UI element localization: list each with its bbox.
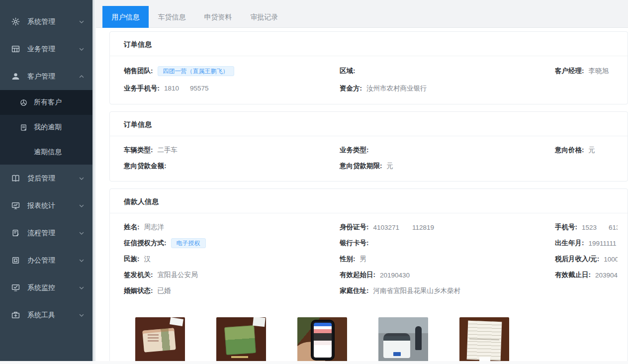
field: 家庭住址:河南省宜阳县花果山乡木柴村 [340, 283, 555, 299]
field-label: 有效截止日: [555, 271, 591, 279]
field-value: 元 [387, 162, 394, 171]
field: 出生年月:19911111 [555, 235, 618, 251]
tab-bar: 用户信息车贷信息申贷资料审批记录 [96, 0, 628, 28]
field-value: 男 [360, 255, 367, 264]
sidebar-submenu: 所有客户我的逾期逾期信息 [0, 90, 92, 165]
sidebar-item-4[interactable]: 报表统计 [0, 192, 92, 219]
info-card-0: 订单信息销售团队:四团一营（直属王鹏飞）区域:客户经理:李晓旭业务手机号:181… [109, 31, 628, 104]
field-label: 婚姻状态: [124, 286, 153, 295]
field: 姓名:周志洋 [124, 219, 340, 235]
sidebar-item-8[interactable]: 系统工具 [0, 301, 92, 329]
field: 业务手机号:181095575 [124, 80, 340, 97]
sidebar-scrollbar[interactable] [92, 0, 96, 364]
redaction-block [399, 225, 412, 230]
tab-0[interactable]: 用户信息 [102, 6, 149, 28]
field-value: 181095575 [164, 85, 209, 92]
field-label: 签发机关: [124, 271, 153, 279]
document-photo: 其他材料 [459, 317, 509, 364]
field: 税后月收入/元:10000 [555, 251, 618, 267]
chevron-down-icon [79, 285, 85, 291]
field: 车辆类型:二手车 [124, 142, 340, 158]
sidebar-item-label: 贷后管理 [27, 174, 55, 183]
field: 客户经理:李晓旭 [555, 62, 618, 80]
field-label: 出生年月: [555, 239, 584, 248]
field-value: 20190430 [380, 272, 410, 279]
field-label: 业务类型: [340, 146, 369, 155]
gear-icon [11, 17, 20, 26]
field-value: 汝州市农村商业银行 [366, 84, 427, 93]
sidebar-item-6[interactable]: 办公管理 [0, 247, 92, 274]
field-label: 业务手机号: [124, 84, 160, 93]
viewport-cut-strip [0, 361, 628, 364]
tab-3[interactable]: 审批记录 [241, 6, 287, 28]
pie-icon [20, 99, 27, 106]
field: 签发机关:宜阳县公安局 [124, 267, 340, 283]
sidebar-subitem-2[interactable]: 逾期信息 [0, 140, 92, 165]
sidebar-item-label: 系统监控 [27, 283, 55, 292]
person-car-photo-thumbnail[interactable] [378, 317, 428, 364]
auth-qrcode-photo: 授权码 [297, 317, 347, 364]
field: 意向贷款金额: [124, 158, 340, 174]
field-value: 周志洋 [144, 223, 165, 232]
main-content: 用户信息车贷信息申贷资料审批记录 订单信息销售团队:四团一营（直属王鹏飞）区域:… [96, 0, 628, 364]
field-label: 手机号: [555, 223, 577, 232]
field: 身份证号:4103271112819 [340, 219, 555, 235]
sidebar-item-3[interactable]: 贷后管理 [0, 165, 92, 192]
document-photo-thumbnail[interactable] [459, 317, 509, 364]
chevron-down-icon [79, 203, 85, 209]
field-value: 4103271112819 [373, 224, 435, 231]
field-label: 车辆类型: [124, 146, 153, 155]
sidebar-item-1[interactable]: 业务管理 [0, 35, 92, 63]
field-value: 20390430 [595, 272, 618, 279]
field: 意向价格:元 [555, 142, 618, 158]
auth-qrcode-photo-thumbnail[interactable] [297, 317, 347, 364]
workflow-icon [11, 229, 20, 237]
field: 有效起始日:20190430 [340, 267, 555, 283]
field-label: 家庭住址: [340, 286, 369, 295]
monitor-check-icon [11, 283, 20, 292]
card-fields: 车辆类型:二手车业务类型:意向价格:元意向贷款金额:意向贷款期限:元 [110, 136, 628, 181]
field-label: 性别: [340, 255, 356, 264]
field: 婚姻状态:已婚 [124, 283, 340, 299]
sidebar-item-5[interactable]: 流程管理 [0, 219, 92, 247]
sidebar-item-label: 流程管理 [27, 229, 55, 238]
chevron-down-icon [79, 258, 85, 264]
field-label: 征信授权方式: [124, 239, 167, 248]
field: 销售团队:四团一营（直属王鹏飞） [124, 62, 340, 80]
chevron-down-icon [79, 312, 85, 318]
tab-1[interactable]: 车贷信息 [149, 6, 195, 28]
sidebar-subitem-label: 我的逾期 [34, 123, 62, 132]
sidebar-item-label: 系统管理 [27, 17, 55, 26]
field-label: 有效起始日: [340, 271, 375, 279]
field-tag[interactable]: 四团一营（直属王鹏飞） [158, 66, 234, 76]
tab-2[interactable]: 申贷资料 [195, 6, 241, 28]
chevron-down-icon [79, 46, 85, 52]
person-car-photo: 人车合照 [378, 317, 428, 364]
info-card-1: 订单信息车辆类型:二手车业务类型:意向价格:元意向贷款金额:意向贷款期限:元 [109, 111, 628, 182]
card-title: 订单信息 [110, 32, 628, 56]
field: 资金方:汝州市农村商业银行 [340, 80, 555, 97]
field-label: 区域: [340, 67, 356, 76]
sidebar-subitem-0[interactable]: 所有客户 [0, 90, 92, 115]
license-photo-thumbnail[interactable] [216, 317, 266, 364]
sidebar-item-0[interactable]: 系统管理 [0, 8, 92, 35]
id-card-photo-thumbnail[interactable] [135, 317, 185, 364]
field-label: 客户经理: [555, 67, 584, 76]
sidebar: 系统管理业务管理客户管理所有客户我的逾期逾期信息贷后管理报表统计流程管理办公管理… [0, 0, 92, 364]
field: 征信授权方式:电子授权 [124, 235, 340, 251]
sidebar-item-label: 办公管理 [27, 256, 55, 265]
sidebar-item-2[interactable]: 客户管理 [0, 63, 92, 90]
sidebar-item-7[interactable]: 系统监控 [0, 274, 92, 301]
field-value: 19911111 [589, 240, 617, 247]
id-card-photo: 本人照 [135, 317, 185, 364]
sidebar-item-label: 客户管理 [27, 72, 55, 81]
field: 有效截止日:20390430 [555, 267, 618, 283]
field-value: 10000 [604, 256, 618, 263]
tab-panel: 订单信息销售团队:四团一营（直属王鹏飞）区域:客户经理:李晓旭业务手机号:181… [96, 28, 628, 364]
sidebar-subitem-1[interactable]: 我的逾期 [0, 115, 92, 140]
book-icon [11, 174, 20, 182]
info-card-2: 借款人信息姓名:周志洋身份证号:4103271112819手机号:1523613… [109, 188, 628, 364]
field-tag[interactable]: 电子授权 [171, 238, 206, 248]
field-value: 已婚 [158, 286, 171, 295]
field-label: 意向贷款期限: [340, 162, 382, 171]
